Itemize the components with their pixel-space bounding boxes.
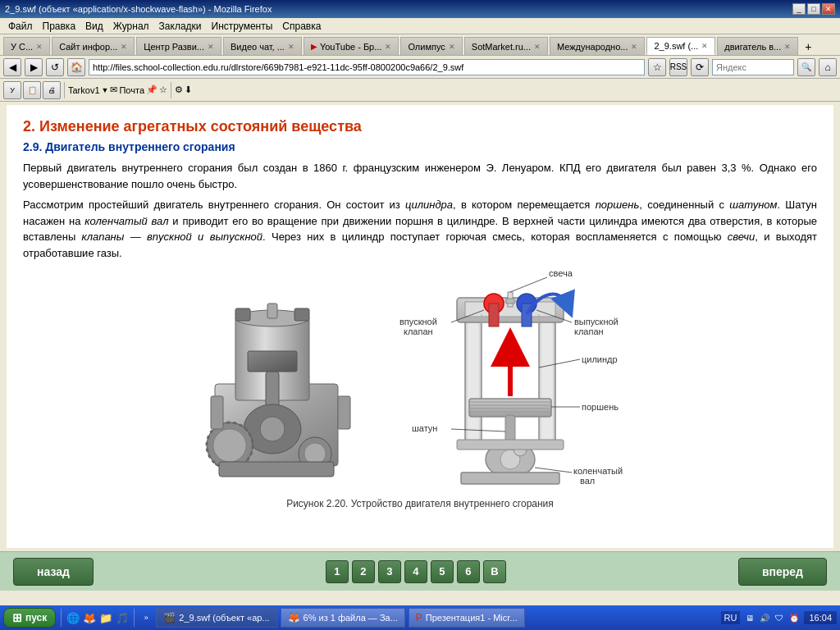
svg-text:поршень: поршень bbox=[582, 402, 619, 412]
svg-text:цилиндр: цилиндр bbox=[582, 354, 618, 364]
quicklaunch-ie[interactable]: 🌐 bbox=[66, 611, 80, 624]
tab-7[interactable]: Международно...✕ bbox=[550, 37, 646, 55]
house-button[interactable]: ⌂ bbox=[819, 58, 837, 76]
menu-tools[interactable]: Инструменты bbox=[207, 19, 278, 34]
figure-caption: Рисунок 2.20. Устройство двигателя внутр… bbox=[23, 498, 817, 509]
window-controls: _ □ ✕ bbox=[792, 3, 835, 15]
tab-4[interactable]: ▶ YouTube - Бр...✕ bbox=[304, 37, 399, 55]
tab-9[interactable]: двигатель в...✕ bbox=[717, 37, 798, 55]
tray-security[interactable]: 🛡 bbox=[773, 611, 786, 624]
paragraph-1: Первый двигатель внутреннего сгорания бы… bbox=[23, 160, 817, 192]
toolbar-btn-1[interactable]: У bbox=[3, 81, 21, 99]
taskbar-app-3[interactable]: P Презентация1 - Micr... bbox=[409, 608, 525, 628]
section-title: 2.9. Двигатель внутреннего сгорания bbox=[23, 140, 817, 153]
menu-file[interactable]: Файл bbox=[3, 19, 38, 34]
page-btn-v[interactable]: В bbox=[483, 560, 506, 583]
svg-rect-18 bbox=[338, 396, 350, 429]
page-btn-2[interactable]: 2 bbox=[352, 560, 375, 583]
svg-rect-14 bbox=[235, 308, 250, 321]
back-nav-button[interactable]: назад bbox=[13, 558, 94, 586]
toolbar-separator-2 bbox=[171, 82, 171, 98]
search-input[interactable] bbox=[712, 59, 794, 75]
close-button[interactable]: ✕ bbox=[822, 3, 835, 15]
svg-rect-19 bbox=[219, 462, 334, 477]
start-button[interactable]: ⊞ пуск bbox=[3, 608, 56, 628]
maximize-button[interactable]: □ bbox=[807, 3, 820, 15]
svg-rect-31 bbox=[506, 299, 514, 304]
menu-edit[interactable]: Правка bbox=[38, 19, 81, 34]
menu-view[interactable]: Вид bbox=[80, 19, 108, 34]
menu-journal[interactable]: Журнал bbox=[108, 19, 154, 34]
svg-text:вал: вал bbox=[580, 476, 595, 486]
start-label: пуск bbox=[25, 612, 47, 623]
window-title: 2_9.swf (объект «application/x-shockwave… bbox=[5, 4, 272, 14]
new-tab-button[interactable]: + bbox=[800, 39, 816, 55]
engine-schematic-diagram: свеча впускной клапан выпускной клапан ц… bbox=[387, 269, 650, 493]
svg-text:шатун: шатун bbox=[412, 423, 437, 433]
toolbar-star-icon[interactable]: ☆ bbox=[159, 84, 167, 95]
page-btn-3[interactable]: 3 bbox=[378, 560, 401, 583]
toolbar-bookmark-icon[interactable]: 📌 bbox=[146, 84, 158, 95]
toolbar-mail-label[interactable]: Почта bbox=[119, 85, 144, 95]
tab-0[interactable]: У С...✕ bbox=[3, 37, 50, 55]
menu-bookmarks[interactable]: Закладки bbox=[154, 19, 207, 34]
svg-line-50 bbox=[535, 468, 572, 472]
toolbar-mail-icon: ✉ bbox=[110, 84, 117, 95]
home-button[interactable]: 🏠 bbox=[67, 58, 85, 76]
quicklaunch-extra[interactable]: » bbox=[139, 611, 153, 624]
search-go-button[interactable]: 🔍 bbox=[797, 58, 815, 76]
taskbar-app-2-icon: 🦊 bbox=[288, 612, 300, 623]
minimize-button[interactable]: _ bbox=[792, 3, 806, 15]
tab-3[interactable]: Видео чат, ...✕ bbox=[223, 37, 302, 55]
page-btn-6[interactable]: 6 bbox=[457, 560, 480, 583]
windows-icon: ⊞ bbox=[12, 611, 22, 624]
svg-point-8 bbox=[213, 429, 246, 462]
quicklaunch-apps[interactable]: 📁 bbox=[99, 611, 112, 624]
tray-volume[interactable]: 🔊 bbox=[758, 611, 771, 624]
tab-5[interactable]: Олимпус✕ bbox=[400, 37, 462, 55]
svg-rect-27 bbox=[489, 304, 499, 326]
rss-button[interactable]: RSS bbox=[669, 58, 687, 76]
tab-2[interactable]: Центр Разви...✕ bbox=[136, 37, 221, 55]
toolbar-gear-icon[interactable]: ⚙ bbox=[175, 84, 183, 95]
taskbar-app-2[interactable]: 🦊 6% из 1 файла — За... bbox=[281, 608, 405, 628]
svg-rect-42 bbox=[457, 440, 564, 450]
quicklaunch-media[interactable]: 🎵 bbox=[116, 611, 129, 624]
tab-6[interactable]: SotMarket.ru...✕ bbox=[464, 37, 548, 55]
taskbar-right: RU 🖥 🔊 🛡 ⏰ 16:04 bbox=[721, 611, 837, 624]
refresh-button[interactable]: ⟳ bbox=[691, 58, 709, 76]
page-btn-4[interactable]: 4 bbox=[404, 560, 427, 583]
address-bar: ◀ ▶ ↺ 🏠 ☆ RSS ⟳ 🔍 ⌂ bbox=[0, 56, 840, 79]
svg-rect-23 bbox=[539, 314, 555, 441]
taskbar-app-3-label: Презентация1 - Micr... bbox=[426, 613, 518, 623]
menubar: Файл Правка Вид Журнал Закладки Инструме… bbox=[0, 18, 840, 34]
page-btn-5[interactable]: 5 bbox=[431, 560, 454, 583]
toolbar-down-icon[interactable]: ⬇ bbox=[185, 84, 192, 95]
tray-network[interactable]: 🖥 bbox=[743, 611, 756, 624]
address-input[interactable] bbox=[89, 59, 645, 75]
tab-8[interactable]: 2_9.swf (...✕ bbox=[646, 37, 715, 55]
svg-point-11 bbox=[304, 443, 326, 464]
quicklaunch-ff[interactable]: 🦊 bbox=[83, 611, 96, 624]
back-button[interactable]: ◀ bbox=[3, 58, 21, 76]
forward-button[interactable]: ▶ bbox=[25, 58, 43, 76]
menu-help[interactable]: Справка bbox=[277, 19, 326, 34]
star-button[interactable]: ☆ bbox=[648, 58, 666, 76]
toolbar-btn-3[interactable]: 🖨 bbox=[43, 81, 61, 99]
toolbar-separator bbox=[64, 82, 65, 98]
svg-rect-3 bbox=[248, 351, 297, 372]
toolbar-dropdown-arrow[interactable]: ▼ bbox=[102, 86, 109, 94]
toolbar-user: Tarkov1 bbox=[68, 85, 100, 95]
taskbar-divider-1 bbox=[61, 609, 62, 627]
forward-nav-button[interactable]: вперед bbox=[738, 558, 827, 586]
tray-icons: 🖥 🔊 🛡 ⏰ bbox=[743, 611, 801, 624]
window-titlebar: 2_9.swf (объект «application/x-shockwave… bbox=[0, 0, 840, 18]
toolbar-btn-2[interactable]: 📋 bbox=[23, 81, 41, 99]
taskbar-app-1[interactable]: 🎬 2_9.swf (объект «ар... bbox=[156, 608, 276, 628]
tab-1[interactable]: Сайт инфор...✕ bbox=[52, 37, 135, 55]
svg-text:коленчатый: коленчатый bbox=[573, 466, 623, 476]
page-btn-1[interactable]: 1 bbox=[326, 560, 349, 583]
language-indicator[interactable]: RU bbox=[721, 611, 741, 624]
reload-button[interactable]: ↺ bbox=[46, 58, 64, 76]
svg-point-6 bbox=[260, 417, 285, 441]
